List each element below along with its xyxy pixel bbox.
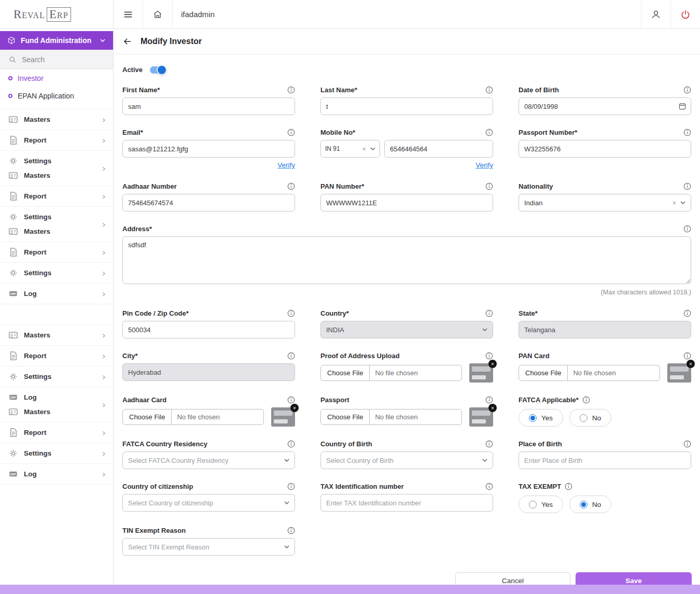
logout-button[interactable] — [671, 0, 700, 29]
field-pan-number: PAN Number* — [320, 182, 493, 211]
last-name-input[interactable] — [320, 97, 493, 115]
first-name-input[interactable] — [122, 97, 295, 115]
sidebar-item-masters[interactable]: Masters › — [0, 325, 113, 346]
passport-number-input[interactable] — [519, 140, 691, 158]
sidebar-item-log-masters[interactable]: Log Masters › — [0, 387, 113, 422]
active-label: Active — [122, 66, 143, 74]
mobile-verify-link[interactable]: Verify — [475, 161, 493, 169]
back-button[interactable] — [123, 36, 133, 47]
email-input[interactable] — [122, 140, 295, 158]
info-icon[interactable] — [683, 309, 691, 317]
search-input[interactable] — [22, 55, 100, 64]
calendar-icon[interactable] — [678, 102, 687, 110]
sidebar-item-report[interactable]: Report › — [0, 346, 113, 366]
info-icon[interactable] — [683, 86, 691, 94]
info-icon[interactable] — [287, 527, 295, 534]
info-icon[interactable] — [485, 396, 493, 404]
remove-icon[interactable]: × — [687, 360, 695, 368]
info-icon[interactable] — [485, 129, 493, 136]
menu-toggle-button[interactable] — [114, 0, 143, 29]
aadhaar-card-thumbnail[interactable]: × — [271, 407, 295, 427]
info-icon[interactable] — [485, 309, 493, 317]
module-selector[interactable]: Fund Administration — [0, 31, 113, 50]
pan-card-file-input[interactable]: Choose File No file chosen — [519, 365, 660, 381]
info-icon[interactable] — [287, 396, 295, 404]
country-of-birth-select[interactable]: Select Country of Birth — [320, 451, 493, 469]
sidebar-item-investor[interactable]: Investor — [0, 69, 113, 87]
info-icon[interactable] — [287, 309, 295, 317]
save-button[interactable]: Save — [576, 572, 692, 585]
aadhaar-card-file-input[interactable]: Choose File No file chosen — [122, 409, 264, 425]
sidebar-item-log[interactable]: Log › — [0, 284, 113, 304]
sidebar-item-label: EPAN Application — [18, 92, 74, 100]
sidebar-item-settings[interactable]: Settings › — [0, 366, 113, 387]
fatca-country-select[interactable]: Select FATCA Country Residency — [122, 451, 295, 469]
tax-exempt-no-radio[interactable]: No — [569, 496, 611, 513]
sidebar-item-settings[interactable]: Settings › — [0, 263, 113, 284]
cancel-button[interactable]: Cancel — [455, 572, 570, 585]
cube-icon — [7, 36, 16, 45]
username-text: ifadadmin — [181, 0, 215, 29]
sidebar-item-settings[interactable]: Settings › — [0, 443, 113, 464]
proof-of-address-thumbnail[interactable]: × — [469, 363, 493, 383]
info-icon[interactable] — [287, 483, 295, 490]
place-of-birth-input[interactable] — [519, 451, 691, 469]
pan-number-input[interactable] — [320, 194, 493, 211]
profile-button[interactable] — [641, 0, 670, 29]
tax-exempt-yes-radio[interactable]: Yes — [519, 496, 563, 513]
active-toggle[interactable] — [150, 66, 165, 74]
sidebar-item-settings-masters[interactable]: Settings Masters › — [0, 151, 113, 186]
home-icon — [152, 9, 163, 20]
sidebar-search[interactable] — [0, 50, 113, 69]
nationality-select[interactable]: Indian × — [519, 194, 691, 211]
info-icon[interactable] — [485, 352, 493, 360]
info-icon[interactable] — [683, 129, 691, 136]
remove-icon[interactable]: × — [488, 404, 497, 412]
citizenship-select[interactable]: Select Country of citizenship — [122, 494, 295, 512]
remove-icon[interactable]: × — [290, 404, 299, 412]
info-icon[interactable] — [287, 129, 295, 136]
clear-icon[interactable]: × — [672, 199, 676, 207]
sidebar-item-settings-masters[interactable]: Settings Masters › — [0, 207, 113, 242]
info-icon[interactable] — [287, 182, 295, 190]
sidebar-item-log[interactable]: Log › — [0, 464, 113, 485]
sidebar-item-report[interactable]: Report › — [0, 422, 113, 443]
info-icon[interactable] — [287, 440, 295, 448]
info-icon[interactable] — [485, 483, 493, 490]
sidebar-item-epan-application[interactable]: EPAN Application — [0, 87, 113, 105]
clear-icon[interactable]: × — [362, 145, 366, 153]
passport-file-input[interactable]: Choose File No file chosen — [320, 409, 462, 425]
remove-icon[interactable]: × — [488, 360, 497, 368]
proof-of-address-file-input[interactable]: Choose File No file chosen — [320, 365, 462, 381]
info-icon[interactable] — [683, 440, 691, 448]
sidebar-item-report[interactable]: Report › — [0, 130, 113, 151]
address-textarea[interactable]: sdfsdf — [122, 236, 691, 284]
aadhaar-number-input[interactable] — [122, 194, 295, 211]
sidebar-item-masters[interactable]: Masters › — [0, 109, 113, 130]
info-icon[interactable] — [485, 86, 493, 94]
date-of-birth-input[interactable] — [519, 97, 691, 115]
sidebar-item-label: Investor — [18, 74, 44, 82]
country-code-select[interactable]: IN 91 × — [320, 140, 380, 158]
info-icon[interactable] — [683, 225, 691, 233]
info-icon[interactable] — [287, 352, 295, 360]
info-icon[interactable] — [582, 396, 590, 404]
sidebar-item-report[interactable]: Report › — [0, 186, 113, 207]
pan-card-thumbnail[interactable]: × — [667, 363, 691, 383]
email-verify-link[interactable]: Verify — [277, 161, 295, 169]
fatca-yes-radio[interactable]: Yes — [519, 409, 563, 427]
tin-exempt-reason-select[interactable]: Select TIN Exempt Reason — [122, 538, 295, 556]
home-button[interactable] — [143, 0, 172, 29]
fatca-no-radio[interactable]: No — [569, 409, 611, 427]
info-icon[interactable] — [683, 352, 691, 360]
info-icon[interactable] — [287, 86, 295, 94]
tax-identification-input[interactable] — [320, 494, 493, 512]
info-icon[interactable] — [683, 182, 691, 190]
pin-code-input[interactable] — [122, 321, 295, 338]
mobile-number-input[interactable] — [384, 140, 493, 158]
info-icon[interactable] — [485, 182, 493, 190]
info-icon[interactable] — [485, 440, 493, 448]
sidebar-item-report[interactable]: Report › — [0, 242, 113, 263]
info-icon[interactable] — [565, 483, 572, 490]
passport-thumbnail[interactable]: × — [469, 407, 493, 427]
